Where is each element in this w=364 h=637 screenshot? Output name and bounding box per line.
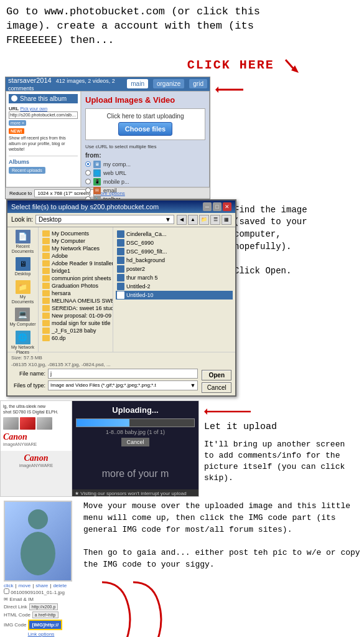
choose-files-button[interactable]: Choose files — [118, 122, 172, 136]
sidebar-recent-docs[interactable]: 📄 Recent Documents — [9, 230, 37, 253]
file-poster2[interactable]: poster2 — [116, 265, 233, 273]
html-code-box[interactable]: a href=http — [32, 611, 58, 618]
folder-icon — [42, 253, 50, 259]
file-untitled2[interactable]: Untitled-2 — [116, 282, 233, 291]
filename-input[interactable] — [48, 369, 198, 379]
dialog-titlebar: Select file(s) to upload by s200.photobu… — [7, 201, 235, 213]
filename-label: File name: — [11, 370, 45, 377]
dialog-title: Select file(s) to upload by s200.photobu… — [11, 203, 159, 210]
direct-link-label: Direct Link — [4, 604, 27, 610]
from-option-web[interactable]: 🌐 web URL — [85, 169, 205, 177]
folder-60[interactable]: 60.dp — [41, 334, 110, 342]
pick-own-link[interactable]: Pick your own — [20, 106, 47, 111]
view-btn[interactable]: ☰ — [210, 215, 220, 225]
dialog-maximize-btn[interactable]: □ — [213, 202, 222, 211]
radio-web[interactable] — [85, 170, 91, 176]
url-option-text: Use cURL to select multiple files — [85, 144, 205, 149]
file-untitled10[interactable]: Untitled-10 — [116, 291, 233, 300]
dialog-toolbar-icons: ◀ ▲ 📁 ☰ ▦ — [177, 215, 231, 225]
progress-bottom: Canon imageANYWARE more of your m ★ Visi… — [1, 451, 198, 497]
intro-text: Go to www.photobucket.com (or click this… — [0, 0, 364, 54]
click-here-text: CLICK HERE — [187, 58, 274, 72]
sidebar-my-computer[interactable]: 💻 My Computer — [9, 308, 35, 327]
tab-main[interactable]: main — [127, 79, 148, 88]
footer-filename-row: File name: — [11, 369, 198, 379]
from-label: from: — [85, 152, 205, 159]
upload-progress-section: lg, the ultra-sleek new shot SD780 IS Di… — [0, 400, 364, 497]
file-cinderella[interactable]: Cinderella_Ca... — [116, 230, 233, 238]
folder-graduation[interactable]: Graduation Photos — [41, 282, 110, 290]
find-image-line4: hopefully). — [234, 241, 360, 253]
html-code-row: HTML Code a href=http — [4, 611, 78, 618]
reduce-label: Reduce to — [9, 191, 32, 196]
tab-organize[interactable]: organize — [153, 79, 184, 88]
file-dsc6990filt[interactable]: DSC_6990_filt... — [116, 247, 233, 256]
folder-communion[interactable]: communion print sheets — [41, 275, 110, 282]
folder-icon — [42, 320, 50, 326]
folder-bridge[interactable]: bridge1 — [41, 267, 110, 275]
dialog-close-btn[interactable]: ✕ — [223, 202, 231, 211]
from-option-computer[interactable]: 🖥 my comp... — [85, 161, 205, 168]
from-option-email[interactable]: ✉ email — [85, 187, 205, 194]
more-btn[interactable]: more » — [9, 120, 26, 126]
view-btn2[interactable]: ▦ — [222, 215, 231, 225]
link-options[interactable]: Link options — [4, 631, 78, 637]
file-dsc6990[interactable]: DSC_6990 — [116, 238, 233, 247]
img-code-box[interactable]: [IMG]http:// — [28, 620, 62, 630]
url-label: URL — [9, 106, 19, 111]
folder-jfs[interactable]: New proposal: 01-09-09 — [41, 312, 110, 319]
intro-line1: Go to www.photobucket.com (or click this — [6, 6, 260, 17]
folder-icon — [42, 245, 50, 252]
sidebar-desktop[interactable]: 🖥 Desktop — [15, 257, 31, 276]
folder-icon — [42, 268, 50, 274]
visiting-bar: ★ Visiting our sponsors won't interrupt … — [72, 489, 198, 497]
squiggle-arrow — [83, 576, 183, 637]
cancel-upload-btn[interactable]: Cancel — [121, 438, 149, 446]
dialog-minimize-btn[interactable]: ─ — [203, 202, 212, 211]
upload-arrow-svg — [204, 405, 254, 418]
folder-hersara[interactable]: hersara — [41, 290, 110, 297]
sidebar-my-docs[interactable]: 📁 My Documents — [9, 280, 37, 304]
sidebar-network[interactable]: 🌐 My Network Places — [9, 331, 37, 354]
folder-adobe-reader[interactable]: Adobe Reader 9 Installer — [41, 260, 110, 267]
file-hd-bg[interactable]: hd_background — [116, 256, 233, 265]
recent-uploads-btn[interactable]: Recent uploads — [9, 167, 45, 174]
file-icon — [117, 283, 124, 290]
open-button[interactable]: Open — [202, 370, 231, 380]
folder-jfs2[interactable]: _J_Fs_0128 baby — [41, 327, 110, 334]
tab-grid[interactable]: grid — [189, 79, 207, 88]
let-upload-annotation: Let it upload It'll bring up another scr… — [199, 400, 364, 497]
upload-title: Upload Images & Video — [85, 95, 205, 105]
folder-melinaa[interactable]: MELINAA OMEILIS SWEET 16 FIXEE — [41, 297, 110, 304]
file-thur[interactable]: thur march 5 — [116, 273, 233, 282]
file-icon — [117, 239, 124, 247]
canon-tagline-small: imageANYWARE — [3, 442, 69, 446]
folder-modal[interactable]: modal sign for suite title — [41, 319, 110, 327]
up-btn[interactable]: ▲ — [188, 215, 198, 225]
filetype-dropdown[interactable]: Image and Video Files (*.gif;*.jpg;*.jpe… — [48, 380, 198, 390]
folder-network[interactable]: My Network Places — [41, 245, 110, 252]
photo-checkbox[interactable] — [4, 588, 9, 594]
look-in-dropdown[interactable]: Desktop ▼ — [35, 215, 174, 224]
folder-sereida[interactable]: SEREIDA: sweet 16 studio shoot: 11-05-08 — [41, 304, 110, 312]
radio-email[interactable] — [85, 187, 91, 193]
folder-my-computer[interactable]: My Computer — [41, 237, 110, 245]
cancel-button[interactable]: Cancel — [202, 382, 231, 393]
file-dialog: Select file(s) to upload by s200.photobu… — [6, 199, 236, 397]
back-btn[interactable]: ◀ — [177, 215, 187, 225]
progress-bottom-left: Canon imageANYWARE — [1, 451, 72, 497]
computer-icon: 🖥 — [93, 161, 101, 168]
radio-computer[interactable] — [85, 161, 91, 167]
new-folder-btn[interactable]: 📁 — [199, 215, 209, 225]
folder-my-documents[interactable]: My Documents — [41, 230, 110, 237]
bottom-right: Move your mouse over the uploaded image … — [83, 501, 360, 637]
find-image-annotation: Find the image (saved to your computer, … — [230, 199, 364, 397]
radio-mobile[interactable] — [85, 179, 91, 184]
email-icon: ✉ — [93, 187, 101, 194]
svg-marker-5 — [204, 408, 207, 415]
folder-adobe[interactable]: Adobe — [41, 252, 110, 260]
direct-link-box[interactable]: http://x200.p — [29, 603, 58, 610]
file-icon — [117, 230, 124, 238]
from-option-mobile[interactable]: 📱 mobile p... — [85, 178, 205, 186]
find-image-line3: computer, — [234, 229, 360, 241]
